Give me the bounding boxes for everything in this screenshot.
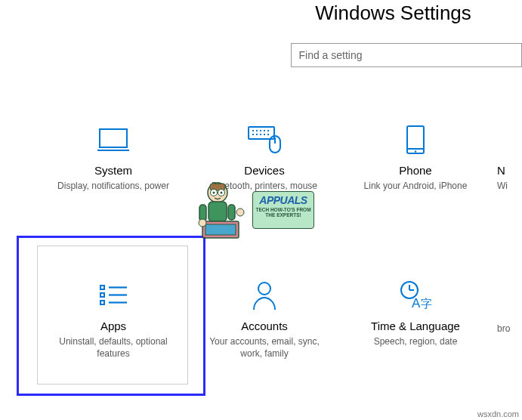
accounts-icon [252,279,277,312]
tile-desc: Wi [497,180,508,192]
svg-text:字: 字 [421,297,432,310]
tile-title: N [497,164,505,177]
page-title: Windows Settings [264,2,522,25]
tile-title: Time & Language [371,320,460,332]
tile-phone[interactable]: Phone Link your Android, iPhone [340,120,491,233]
tile-desc: Display, notifications, power [47,180,180,192]
tile-title: Accounts [241,320,288,332]
system-icon [97,123,129,156]
tile-accounts[interactable]: Accounts Your accounts, email, sync, wor… [189,276,340,389]
tile-desc: Bluetooth, printers, mouse [201,180,328,192]
tile-title: System [94,164,132,177]
attribution-text: wsxdn.com [477,409,519,418]
tile-title: Phone [399,164,431,177]
tile-apps[interactable]: Apps Uninstall, defaults, optional featu… [38,276,189,389]
tile-desc: Uninstall, defaults, optional features [38,335,189,360]
tile-title: Apps [100,320,126,332]
phone-icon [406,123,425,156]
svg-rect-20 [100,301,104,304]
tile-desc: Speech, region, date [363,335,468,347]
tile-network[interactable]: N Wi [491,120,521,233]
devices-icon [247,123,282,156]
time-language-icon: A 字 [399,279,432,312]
svg-rect-2 [249,127,274,139]
svg-rect-18 [100,286,104,289]
svg-point-24 [258,283,270,295]
tile-devices[interactable]: Devices Bluetooth, printers, mouse [189,120,340,233]
tile-system[interactable]: System Display, notifications, power [38,120,189,233]
tile-title: Devices [244,164,284,177]
tile-desc: bro [497,323,510,335]
svg-text:A: A [412,296,421,310]
search-input[interactable] [291,43,522,67]
tile-desc: Your accounts, email, sync, work, family [189,335,340,360]
tile-gaming[interactable]: bro [491,276,521,389]
tile-time-language[interactable]: A 字 Time & Language Speech, region, date [340,276,491,389]
svg-rect-19 [100,293,104,297]
svg-point-17 [415,150,416,152]
tile-desc: Link your Android, iPhone [354,180,478,192]
apps-icon [98,279,128,312]
svg-rect-0 [100,129,127,147]
